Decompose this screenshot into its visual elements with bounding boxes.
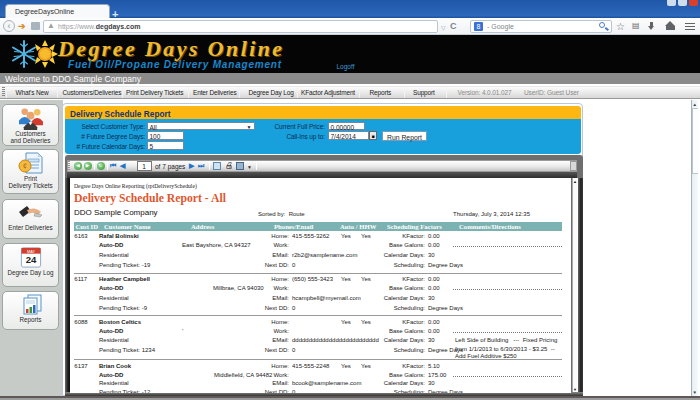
svg-text:24: 24 [25,254,36,265]
svg-text:¢: ¢ [23,162,27,171]
